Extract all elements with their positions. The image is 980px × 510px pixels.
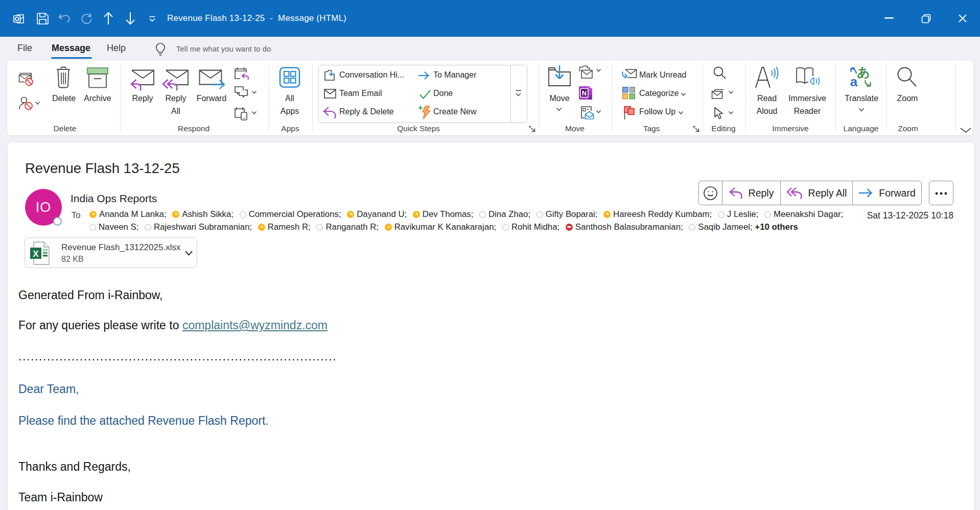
svg-text:あ: あ — [857, 66, 870, 79]
svg-text:X: X — [33, 249, 39, 259]
svg-text:N: N — [582, 89, 587, 97]
svg-text:a: a — [850, 74, 858, 88]
